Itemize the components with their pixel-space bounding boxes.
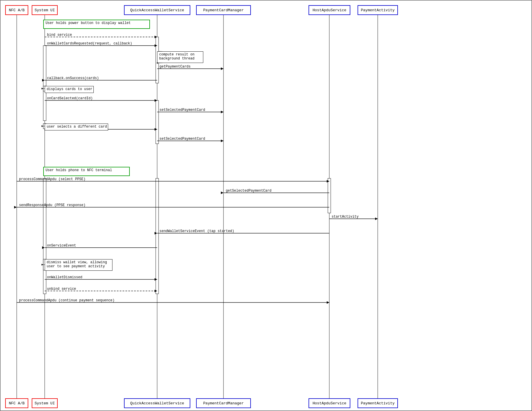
svg-text:setSelectedPaymentCard: setSelectedPaymentCard xyxy=(159,137,205,141)
actor-top-nfc: NFC A/B xyxy=(5,5,28,15)
actor-bottom-pcm_b: PaymentCardManager xyxy=(196,398,251,408)
svg-text:sendWalletServiceEvent (tap st: sendWalletServiceEvent (tap started) xyxy=(159,229,234,233)
actor-bottom-nfc_b: NFC A/B xyxy=(5,398,28,408)
self-note-3: dismiss wallet view, allowing user to se… xyxy=(45,259,112,271)
svg-rect-8 xyxy=(43,46,46,121)
svg-text:startActivity: startActivity xyxy=(332,215,359,219)
note-1: User holds phone to NFC terminal xyxy=(43,167,130,176)
actor-top-pa: PaymentActivity xyxy=(358,5,398,15)
svg-text:onCardSelected(cardId): onCardSelected(cardId) xyxy=(47,96,93,100)
svg-text:bind service: bind service xyxy=(47,33,72,37)
svg-text:onWalletDismissed: onWalletDismissed xyxy=(47,275,82,279)
actor-top-has: HostApduService xyxy=(309,5,350,15)
self-note-1: displays cards to user xyxy=(45,86,94,93)
svg-rect-12 xyxy=(156,178,159,294)
diagram-container: bind serviceonWalletCardsRequested(reque… xyxy=(0,0,532,411)
note-0: User holds power button to display walle… xyxy=(43,20,150,29)
svg-text:onServiceEvent: onServiceEvent xyxy=(47,244,76,248)
svg-text:getSelectedPaymentCard: getSelectedPaymentCard xyxy=(226,189,271,193)
svg-text:sendResponseApdu (PPSE respons: sendResponseApdu (PPSE response) xyxy=(19,203,85,207)
actor-bottom-has_b: HostApduService xyxy=(309,398,350,408)
svg-rect-13 xyxy=(328,178,331,213)
actor-top-sysui: System UI xyxy=(32,5,58,15)
actor-bottom-qaws_b: QuickAccessWalletService xyxy=(124,398,190,408)
svg-text:processCommandApdu (select PPS: processCommandApdu (select PPSE) xyxy=(19,177,85,181)
self-note-0: compute result on background thread xyxy=(157,51,203,63)
svg-text:setSelectedPaymentCard: setSelectedPaymentCard xyxy=(159,108,205,112)
sequence-arrows: bind serviceonWalletCardsRequested(reque… xyxy=(0,0,532,411)
svg-text:unbind service: unbind service xyxy=(47,287,76,291)
self-note-2: user selects a different card xyxy=(45,124,108,130)
actor-bottom-sysui_b: System UI xyxy=(32,398,58,408)
svg-rect-10 xyxy=(156,100,159,144)
svg-text:callback.onSuccess(cards): callback.onSuccess(cards) xyxy=(47,76,99,80)
svg-rect-54 xyxy=(0,0,532,411)
actor-top-pcm: PaymentCardManager xyxy=(196,5,251,15)
svg-text:onWalletCardsRequested(request: onWalletCardsRequested(request, callback… xyxy=(47,42,132,46)
actor-bottom-pa_b: PaymentActivity xyxy=(358,398,398,408)
actor-top-qaws: QuickAccessWalletService xyxy=(124,5,190,15)
svg-text:processCommandApdu (continue p: processCommandApdu (continue payment seq… xyxy=(19,298,114,302)
svg-rect-11 xyxy=(43,178,46,294)
svg-text:getPaymentCards: getPaymentCards xyxy=(159,65,191,69)
